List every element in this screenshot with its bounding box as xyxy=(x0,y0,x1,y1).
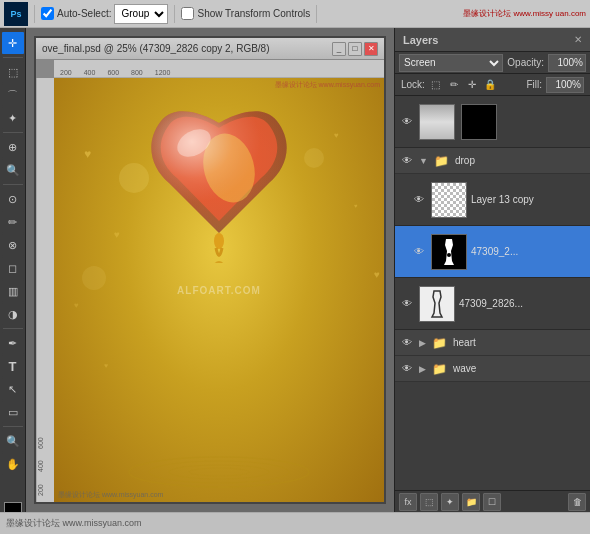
shape-tool[interactable]: ▭ xyxy=(2,401,24,423)
ruler-v-200: 200 xyxy=(37,484,44,496)
svg-point-17 xyxy=(189,468,249,476)
magic-wand-tool[interactable]: ✦ xyxy=(2,107,24,129)
layer-name-47309-2826: 47309_2826... xyxy=(459,298,586,309)
group-drop-label: drop xyxy=(455,155,475,166)
layer-name-47309-2: 47309_2... xyxy=(471,246,586,257)
site-label-top: 墨缘设计论坛 www.missy uan.com xyxy=(463,8,586,19)
canvas-window: ove_final.psd @ 25% (47309_2826 copy 2, … xyxy=(34,36,386,504)
svg-point-13 xyxy=(212,261,226,263)
water-ripple xyxy=(119,452,319,492)
heart-shape xyxy=(139,93,299,263)
transform-group: Show Transform Controls xyxy=(181,7,310,20)
transform-checkbox[interactable] xyxy=(181,7,194,20)
gradient-tool[interactable]: ▥ xyxy=(2,280,24,302)
layers-list: 👁 👁 ▼ 📁 drop 👁 Layer 13 copy xyxy=(395,96,590,490)
layers-panel-close[interactable]: ✕ xyxy=(574,34,582,45)
delete-layer-btn[interactable]: 🗑 xyxy=(568,493,586,511)
add-mask-btn[interactable]: ⬚ xyxy=(420,493,438,511)
fill-label: Fill: xyxy=(526,79,542,90)
new-group-btn[interactable]: 📁 xyxy=(462,493,480,511)
ruler-v-400: 400 xyxy=(37,461,44,473)
layer-item-metal[interactable]: 👁 xyxy=(395,96,590,148)
layer-visibility-47309-2826[interactable]: 👁 xyxy=(399,296,415,312)
layer-visibility-metal[interactable]: 👁 xyxy=(399,114,415,130)
new-layer-btn[interactable]: ☐ xyxy=(483,493,501,511)
window-minimize[interactable]: _ xyxy=(332,42,346,56)
ruler-h-200: 200 xyxy=(60,69,72,76)
layers-panel-footer: fx ⬚ ✦ 📁 ☐ 🗑 xyxy=(395,490,590,512)
auto-select-label: Auto-Select: xyxy=(57,8,111,19)
lock-transparency-icon[interactable]: ⬚ xyxy=(429,78,443,92)
group-drop-arrow[interactable]: ▼ xyxy=(419,156,428,166)
layer-visibility-47309-2[interactable]: 👁 xyxy=(411,244,427,260)
layers-lock-row: Lock: ⬚ ✏ ✛ 🔒 Fill: xyxy=(395,74,590,96)
brush-tool[interactable]: ✏ xyxy=(2,211,24,233)
zoom-tool[interactable]: 🔍 xyxy=(2,430,24,452)
ps-logo: Ps xyxy=(4,2,28,26)
eraser-tool[interactable]: ◻ xyxy=(2,257,24,279)
opacity-label: Opacity: xyxy=(507,57,544,68)
folder-wave-icon: 📁 xyxy=(432,362,447,376)
layer-item-47309-2[interactable]: 👁 47309_2... xyxy=(395,226,590,278)
lasso-tool[interactable]: ⌒ xyxy=(2,84,24,106)
group-heart-label: heart xyxy=(453,337,476,348)
fill-input[interactable] xyxy=(546,77,584,93)
type-tool[interactable]: T xyxy=(2,355,24,377)
lock-move-icon[interactable]: ✛ xyxy=(465,78,479,92)
layer-thumb-47309-2 xyxy=(431,234,467,270)
layers-blend-row: Screen Opacity: xyxy=(395,52,590,74)
group-heart[interactable]: 👁 ▶ 📁 heart xyxy=(395,330,590,356)
auto-select-checkbox[interactable] xyxy=(41,7,54,20)
group-drop-visibility[interactable]: 👁 xyxy=(399,153,415,169)
svg-point-15 xyxy=(149,461,289,483)
group-heart-arrow[interactable]: ▶ xyxy=(419,338,426,348)
window-close[interactable]: ✕ xyxy=(364,42,378,56)
eyedropper-tool[interactable]: 🔍 xyxy=(2,159,24,181)
auto-select-dropdown[interactable]: Group xyxy=(114,4,168,24)
top-toolbar: Ps Auto-Select: Group Show Transform Con… xyxy=(0,0,590,28)
move-tool[interactable]: ✛ xyxy=(2,32,24,54)
lock-all-icon[interactable]: 🔒 xyxy=(483,78,497,92)
toolbar-sep-3 xyxy=(316,5,317,23)
tools-panel: ✛ ⬚ ⌒ ✦ ⊕ 🔍 ⊙ ✏ ⊗ ◻ ▥ ◑ ✒ T ↖ ▭ 🔍 ✋ xyxy=(0,28,26,534)
window-maximize[interactable]: □ xyxy=(348,42,362,56)
opacity-input[interactable] xyxy=(548,54,586,72)
clone-tool[interactable]: ⊗ xyxy=(2,234,24,256)
layer-visibility-13copy[interactable]: 👁 xyxy=(411,192,427,208)
folder-heart-icon: 📁 xyxy=(432,336,447,350)
new-adjustment-btn[interactable]: ✦ xyxy=(441,493,459,511)
group-drop[interactable]: 👁 ▼ 📁 drop xyxy=(395,148,590,174)
folder-icon: 📁 xyxy=(434,154,449,168)
layer-item-13copy[interactable]: 👁 Layer 13 copy xyxy=(395,174,590,226)
group-wave[interactable]: 👁 ▶ 📁 wave xyxy=(395,356,590,382)
tool-divider-2 xyxy=(3,132,23,133)
group-heart-visibility[interactable]: 👁 xyxy=(399,335,415,351)
group-wave-visibility[interactable]: 👁 xyxy=(399,361,415,377)
lock-brush-icon[interactable]: ✏ xyxy=(447,78,461,92)
blend-mode-select[interactable]: Screen xyxy=(399,54,503,72)
ruler-vertical: 200 400 600 xyxy=(36,78,54,502)
ruler-h-400: 400 xyxy=(84,69,96,76)
auto-select-group: Auto-Select: Group xyxy=(41,4,168,24)
group-wave-arrow[interactable]: ▶ xyxy=(419,364,426,374)
canvas-titlebar: ove_final.psd @ 25% (47309_2826 copy 2, … xyxy=(36,38,384,60)
crop-tool[interactable]: ⊕ xyxy=(2,136,24,158)
link-layers-btn[interactable]: fx xyxy=(399,493,417,511)
heal-tool[interactable]: ⊙ xyxy=(2,188,24,210)
ruler-h-600: 600 xyxy=(107,69,119,76)
tool-divider-5 xyxy=(3,426,23,427)
layers-panel-header: Layers ✕ xyxy=(395,28,590,52)
tool-divider-4 xyxy=(3,328,23,329)
dodge-tool[interactable]: ◑ xyxy=(2,303,24,325)
svg-point-16 xyxy=(169,465,269,479)
hand-tool[interactable]: ✋ xyxy=(2,453,24,475)
path-select-tool[interactable]: ↖ xyxy=(2,378,24,400)
svg-point-18 xyxy=(447,253,451,257)
pen-tool[interactable]: ✒ xyxy=(2,332,24,354)
layer-thumb-13copy xyxy=(431,182,467,218)
svg-point-12 xyxy=(214,233,224,249)
layer-thumb-black xyxy=(461,104,497,140)
layer-item-47309-2826[interactable]: 👁 47309_2826... xyxy=(395,278,590,330)
transform-label: Show Transform Controls xyxy=(197,8,310,19)
rect-select-tool[interactable]: ⬚ xyxy=(2,61,24,83)
